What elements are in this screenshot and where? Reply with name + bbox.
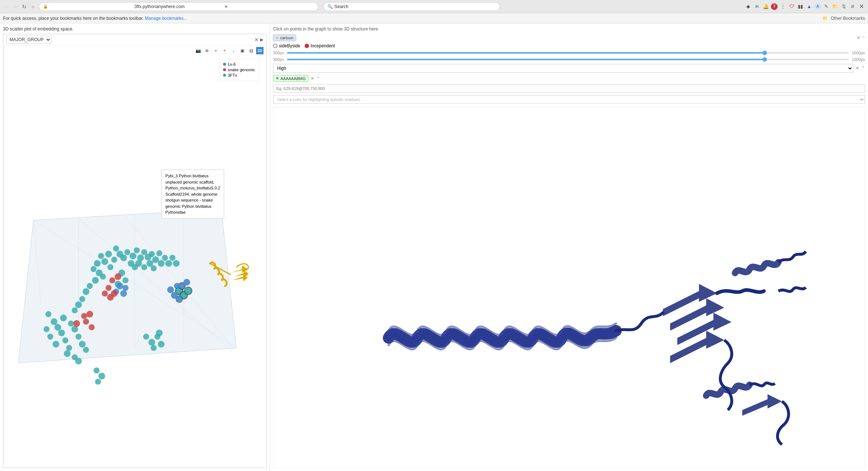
svg-point-76 bbox=[107, 294, 114, 300]
profile-icon[interactable]: A bbox=[814, 3, 821, 10]
svg-point-12 bbox=[47, 334, 53, 340]
slider2-thumb[interactable] bbox=[763, 57, 767, 62]
slider2-min: 300px bbox=[273, 57, 284, 62]
svg-point-93 bbox=[184, 287, 192, 294]
svg-point-95 bbox=[183, 279, 190, 286]
sequence-close[interactable]: ✕ bbox=[311, 76, 314, 81]
svg-point-75 bbox=[102, 290, 108, 296]
panel-close-btn[interactable]: ✕ ⌃ bbox=[857, 35, 865, 40]
share-icon[interactable]: ▲ bbox=[806, 3, 813, 10]
legend-dot-snake bbox=[223, 68, 226, 71]
protein-3d-viewer bbox=[273, 107, 865, 468]
search-bar[interactable]: 🔍 Search bbox=[323, 2, 500, 11]
svg-point-77 bbox=[81, 313, 87, 319]
svg-point-37 bbox=[149, 251, 155, 257]
svg-point-55 bbox=[72, 307, 78, 313]
slider1-container[interactable] bbox=[287, 52, 849, 54]
radio-incependent[interactable]: Incependent bbox=[305, 43, 335, 48]
toolbar-icons: ◆ in 🔔 7 ⋮ 🛡 ▮▮ ▲ A ✎ 📁 ⇅ ≡ ✕ bbox=[745, 3, 865, 10]
svg-point-90 bbox=[95, 379, 101, 385]
scatter-container: MAJOR_GROUP ✕ ▶ 📷 ⊕ ⌖ + ↓ ▣ ▤ 3D bbox=[3, 34, 267, 468]
svg-point-29 bbox=[113, 246, 119, 251]
chart-icon[interactable]: ▮▮ bbox=[797, 3, 804, 10]
apps-icon[interactable]: ⋮ bbox=[779, 3, 786, 10]
edit-icon[interactable]: ✎ bbox=[822, 3, 830, 10]
close-icon[interactable]: ✕ bbox=[858, 3, 865, 10]
extensions-icon[interactable]: ◆ bbox=[745, 3, 752, 10]
sync-icon[interactable]: ⇅ bbox=[840, 3, 847, 10]
refresh-button[interactable]: ↻ bbox=[21, 3, 28, 10]
residue-input[interactable] bbox=[273, 84, 865, 93]
svg-point-15 bbox=[53, 341, 59, 347]
svg-point-13 bbox=[58, 330, 65, 336]
right-header: Click on points in the graph to show 3D … bbox=[273, 26, 865, 32]
scatter-header: MAJOR_GROUP ✕ ▶ bbox=[3, 34, 266, 46]
plot-area[interactable]: Lv-6 snake genomic 3FTx Pybi_3 Python bi… bbox=[3, 56, 266, 467]
folder-icon[interactable]: 📁 bbox=[831, 3, 839, 10]
menu-icon[interactable]: ≡ bbox=[849, 3, 856, 10]
forward-button[interactable]: → bbox=[12, 3, 19, 10]
protein-sheet-group bbox=[663, 251, 806, 445]
svg-point-22 bbox=[83, 347, 89, 353]
svg-point-88 bbox=[93, 367, 99, 373]
home-button[interactable]: ○ bbox=[29, 3, 37, 10]
svg-point-18 bbox=[68, 320, 74, 326]
scatter-dropdown[interactable]: MAJOR_GROUP bbox=[6, 36, 51, 44]
scatter-toolbar: 📷 ⊕ ⌖ + ↓ ▣ ▤ 3D bbox=[3, 46, 266, 56]
svg-point-59 bbox=[141, 264, 147, 270]
box-select-tool[interactable]: ▣ bbox=[238, 47, 246, 54]
quality-close[interactable]: ✕ bbox=[856, 66, 859, 71]
lasso-tool[interactable]: ▤ bbox=[247, 47, 255, 54]
quality-expand[interactable]: ⌃ bbox=[861, 66, 865, 71]
nav-buttons: ← → ↻ ○ bbox=[3, 3, 37, 10]
scatter-expand-btn[interactable]: ▶ bbox=[260, 37, 263, 42]
svg-point-30 bbox=[120, 254, 127, 261]
linkedin-icon[interactable]: in bbox=[753, 3, 761, 10]
security-icon[interactable]: 🛡 bbox=[788, 3, 795, 10]
style-tag[interactable]: ✕ cartoon bbox=[273, 35, 296, 41]
url-bar[interactable]: 🔒 3ftx.pythonanywhere.com ★ bbox=[39, 2, 318, 11]
sequence-expand[interactable]: ⌃ bbox=[316, 76, 320, 81]
svg-point-99 bbox=[174, 283, 180, 289]
svg-point-66 bbox=[173, 260, 179, 267]
svg-point-9 bbox=[51, 318, 57, 325]
badge-icon[interactable]: 7 bbox=[771, 3, 778, 10]
svg-point-62 bbox=[158, 260, 164, 267]
quality-row: High ✕ ⌃ bbox=[273, 64, 865, 73]
svg-point-21 bbox=[79, 341, 86, 347]
quality-select[interactable]: High bbox=[273, 64, 853, 73]
svg-point-67 bbox=[116, 283, 123, 289]
slider1-thumb[interactable] bbox=[763, 51, 767, 55]
sequence-tag[interactable]: ✕ AAAAAABMG bbox=[273, 75, 308, 82]
svg-point-27 bbox=[111, 257, 117, 262]
3d-tool[interactable]: 3D bbox=[256, 47, 263, 54]
svg-point-20 bbox=[75, 334, 81, 340]
pan-tool[interactable]: + bbox=[221, 47, 228, 54]
svg-point-31 bbox=[124, 249, 130, 255]
left-panel: 3D scatter plot of embedding space. MAJO… bbox=[0, 23, 270, 471]
style-tag-close[interactable]: ✕ bbox=[276, 36, 279, 40]
viewer-area[interactable] bbox=[273, 107, 865, 468]
manage-bookmarks-link[interactable]: Manage bookmarks... bbox=[145, 16, 187, 21]
svg-point-71 bbox=[109, 277, 115, 283]
controls-area: ✕ cartoon ✕ ⌃ sideByside Incependent bbox=[273, 35, 865, 104]
other-bookmarks[interactable]: 📁 Other Bookmarks bbox=[822, 16, 865, 21]
notification-icon[interactable]: 🔔 bbox=[762, 3, 770, 10]
legend-dot-lv6 bbox=[223, 63, 226, 66]
svg-point-26 bbox=[105, 251, 112, 257]
radio-sidebyside[interactable]: sideByside bbox=[273, 43, 300, 48]
tooltip-line3: Python_molurus_bivittatuS.0.2 bbox=[165, 185, 220, 191]
svg-point-87 bbox=[156, 330, 162, 336]
scatter-close-btn[interactable]: ✕ bbox=[254, 37, 259, 43]
svg-point-44 bbox=[101, 258, 108, 265]
camera-tool[interactable]: 📷 bbox=[194, 47, 202, 54]
crosshair-tool[interactable]: ⌖ bbox=[212, 47, 219, 54]
color-select[interactable]: Select a color for highlighting specific… bbox=[273, 95, 865, 104]
svg-point-42 bbox=[135, 260, 142, 267]
back-button[interactable]: ← bbox=[3, 3, 10, 10]
sequence-tag-close[interactable]: ✕ bbox=[276, 76, 279, 81]
download-tool[interactable]: ↓ bbox=[230, 47, 237, 54]
zoom-in-tool[interactable]: ⊕ bbox=[203, 47, 211, 54]
slider2-container[interactable] bbox=[287, 59, 849, 60]
svg-point-89 bbox=[98, 373, 105, 379]
